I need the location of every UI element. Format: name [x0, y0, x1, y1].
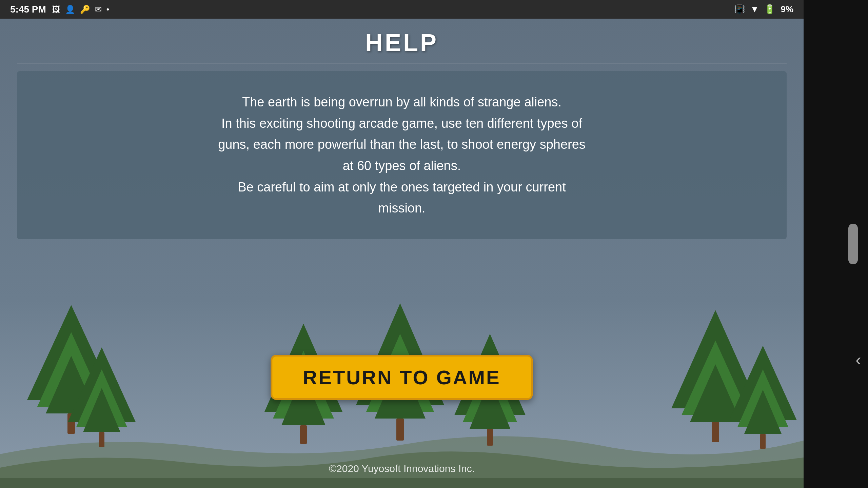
scroll-indicator[interactable]	[848, 224, 858, 264]
back-arrow-icon[interactable]: ‹	[855, 350, 861, 369]
status-icons: 🖼 👤 🔑 ✉ •	[52, 5, 109, 14]
key-icon: 🔑	[80, 5, 90, 14]
footer: ©2020 Yuyosoft Innovations Inc.	[0, 463, 804, 474]
return-to-game-button[interactable]: RETURN TO GAME	[271, 355, 533, 400]
status-bar: 5:45 PM 🖼 👤 🔑 ✉ • 📳 ▼ 🔋 9%	[0, 0, 804, 19]
help-text: The earth is being overrun by all kinds …	[44, 92, 760, 219]
svg-rect-0	[0, 478, 804, 488]
side-panel: ‹	[804, 0, 868, 488]
battery-icon: 🔋	[764, 4, 775, 15]
return-button-label: RETURN TO GAME	[303, 366, 500, 388]
tree-far-right	[729, 346, 797, 449]
wifi-icon: ▼	[750, 4, 759, 15]
image-icon: 🖼	[52, 5, 60, 14]
status-bar-right: 📳 ▼ 🔋 9%	[734, 4, 793, 15]
dot-icon: •	[106, 5, 109, 14]
help-box: The earth is being overrun by all kinds …	[17, 71, 787, 239]
tree-left	[68, 347, 136, 447]
title-area: HELP	[0, 19, 804, 63]
status-time: 5:45 PM	[10, 4, 46, 15]
vibrate-icon: 📳	[734, 4, 745, 15]
game-area: 5:45 PM 🖼 👤 🔑 ✉ • 📳 ▼ 🔋 9% HELP The e	[0, 0, 804, 488]
scene: HELP The earth is being overrun by all k…	[0, 19, 804, 488]
person-icon: 👤	[65, 5, 75, 14]
status-bar-left: 5:45 PM 🖼 👤 🔑 ✉ •	[10, 4, 109, 15]
battery-percent: 9%	[781, 4, 793, 15]
footer-copyright: ©2020 Yuyosoft Innovations Inc.	[329, 463, 475, 474]
page-title: HELP	[365, 29, 438, 57]
mail-icon: ✉	[95, 5, 102, 14]
title-divider	[17, 63, 787, 63]
